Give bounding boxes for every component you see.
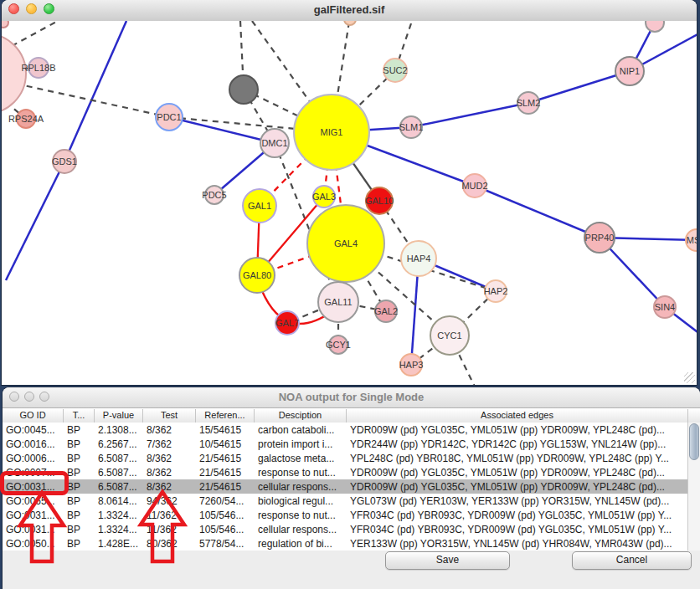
table-row[interactable]: GO:0031...BP1.3324...11/362105/546...cel…	[3, 522, 700, 536]
cell-r4-c5[interactable]: cellular respons...	[255, 479, 347, 494]
cell-r8-c0[interactable]: GO:0050...	[3, 536, 64, 551]
cell-r1-c1[interactable]: BP	[64, 437, 95, 451]
table-row[interactable]: GO:0045...BP2.1308...8/36215/54615carbon…	[3, 423, 700, 437]
cell-r2-c6[interactable]: YPL248C (pd) YBR018C, YML051W (pp) YDR00…	[347, 451, 688, 465]
table-row[interactable]: GO:0065...BP8.0614...94/3627260/54...bio…	[3, 494, 700, 508]
cell-r1-c3[interactable]: 7/362	[143, 437, 196, 451]
network-graph[interactable]: RPL18BRPS24AGDS1PDC1MIG1SUC2SLM1DMC1PDC5…	[2, 21, 697, 385]
resize-grip[interactable]	[684, 372, 695, 383]
cell-r8-c5[interactable]: regulation of bi...	[255, 536, 347, 551]
cell-r5-c2[interactable]: 8.0614...	[95, 494, 143, 508]
cell-r6-c0[interactable]: GO:0031...	[3, 508, 64, 522]
vertical-scrollbar[interactable]	[687, 423, 700, 551]
cell-r6-c2[interactable]: 1.3324...	[95, 508, 143, 522]
cell-r1-c6[interactable]: YDR244W (pp) YDR142C, YDR142C (pp) YGL15…	[347, 437, 688, 451]
node-tiny-topleft[interactable]	[2, 21, 8, 28]
cell-r4-c2[interactable]: 6.5087...	[95, 479, 143, 494]
node-label-GAL11: GAL11	[324, 297, 352, 307]
cell-r0-c5[interactable]: carbon cataboli...	[255, 423, 347, 437]
cell-r7-c2[interactable]: 1.3324...	[95, 522, 143, 536]
cell-r5-c4[interactable]: 7260/54...	[196, 494, 255, 508]
table-row[interactable]: GO:0016...BP6.2567...7/36210/54615protei…	[3, 437, 700, 451]
table-row[interactable]: GO:0007...BP6.5087...8/36221/54615respon…	[3, 465, 700, 479]
column-header-spacer	[688, 409, 700, 423]
cell-r4-c3[interactable]: 8/362	[143, 479, 196, 494]
column-header-description[interactable]: Desciption	[255, 409, 347, 423]
cell-r7-c4[interactable]: 105/546...	[196, 522, 255, 536]
node-top-peach[interactable]	[344, 21, 356, 25]
cell-r5-c0[interactable]: GO:0065...	[3, 494, 64, 508]
cell-r0-c6[interactable]: YDR009W (pd) YGL035C, YML051W (pp) YDR00…	[347, 423, 688, 437]
cell-r5-c1[interactable]: BP	[64, 494, 95, 508]
cell-r2-c4[interactable]: 21/54615	[196, 451, 255, 465]
cell-r1-c0[interactable]: GO:0016...	[3, 437, 64, 451]
cell-r6-c5[interactable]: response to nut...	[255, 508, 347, 522]
cell-r4-c1[interactable]: BP	[64, 479, 95, 494]
cell-r2-c3[interactable]: 8/362	[143, 451, 196, 465]
cell-r3-c1[interactable]: BP	[64, 465, 95, 479]
cell-r8-c1[interactable]: BP	[64, 536, 95, 551]
cell-r4-c0[interactable]: GO:0031...	[3, 479, 64, 494]
cell-r8-c4[interactable]: 5778/54...	[196, 536, 255, 551]
save-button[interactable]: Save	[385, 551, 510, 570]
edge-dash-16	[12, 21, 58, 46]
cell-r2-c2[interactable]: 6.5087...	[95, 451, 143, 465]
cell-r1-c5[interactable]: protein import i...	[255, 437, 347, 451]
cell-r0-c1[interactable]: BP	[64, 423, 95, 437]
table-row[interactable]: GO:0050...BP1.428E...80/3625778/54...reg…	[3, 536, 700, 551]
cell-r7-c3[interactable]: 11/362	[143, 522, 196, 536]
cell-r3-c4[interactable]: 21/54615	[196, 465, 255, 479]
cell-r8-c6[interactable]: YER133W (pp) YOR315W, YNL145W (pd) YHR08…	[347, 536, 688, 551]
cell-r5-c6[interactable]: YGL073W (pd) YER103W, YER133W (pp) YOR31…	[347, 494, 688, 508]
cell-r3-c3[interactable]: 8/362	[143, 465, 196, 479]
cell-r3-c0[interactable]: GO:0007...	[3, 465, 64, 479]
scrollbar-thumb[interactable]	[689, 423, 699, 460]
node-label-RPL18B: RPL18B	[22, 63, 56, 73]
cell-r7-c0[interactable]: GO:0031...	[3, 522, 64, 536]
cell-r5-c5[interactable]: biological regul...	[255, 494, 347, 508]
network-canvas[interactable]: RPL18BRPS24AGDS1PDC1MIG1SUC2SLM1DMC1PDC5…	[2, 21, 697, 385]
cancel-button[interactable]: Cancel	[572, 551, 692, 570]
cell-r6-c1[interactable]: BP	[64, 508, 95, 522]
column-header-reference[interactable]: Referen...	[196, 409, 255, 423]
cell-r4-c4[interactable]: 21/54615	[196, 479, 255, 494]
cell-r3-c5[interactable]: response to nut...	[255, 465, 347, 479]
cell-r8-c2[interactable]: 1.428E...	[95, 536, 143, 551]
cell-r0-c0[interactable]: GO:0045...	[3, 423, 64, 437]
network-titlebar: galFiltered.sif	[2, 0, 697, 22]
cell-r0-c3[interactable]: 8/362	[143, 423, 196, 437]
column-header-type[interactable]: T...	[64, 409, 95, 423]
cell-r2-c5[interactable]: galactose meta...	[255, 451, 347, 465]
column-header-associated-edges[interactable]: Associated edges	[347, 409, 688, 423]
cell-r0-c2[interactable]: 2.1308...	[95, 423, 143, 437]
column-header-go-id[interactable]: GO ID	[3, 409, 64, 423]
cell-r3-c6[interactable]: YDR009W (pd) YGL035C, YML051W (pp) YDR00…	[347, 465, 688, 479]
cell-r5-c3[interactable]: 94/362	[143, 494, 196, 508]
noa-titlebar: NOA output for Single Mode	[3, 387, 700, 408]
cell-r4-c6[interactable]: YDR009W (pd) YGL035C, YML051W (pp) YDR00…	[347, 479, 688, 494]
cell-r0-c4[interactable]: 15/54615	[196, 423, 255, 437]
column-header-test[interactable]: Test	[143, 409, 196, 423]
node-label-SUC2: SUC2	[383, 65, 407, 75]
cell-r7-c5[interactable]: cellular respons...	[255, 522, 347, 536]
node-big-left[interactable]	[2, 33, 26, 114]
cell-r6-c3[interactable]: 11/362	[143, 508, 196, 522]
node-gray-node[interactable]	[229, 75, 258, 104]
cell-r3-c2[interactable]: 6.5087...	[95, 465, 143, 479]
edge-dash-19	[16, 84, 169, 117]
cell-r1-c2[interactable]: 6.2567...	[95, 437, 143, 451]
table-row-selected[interactable]: GO:0031...BP6.5087...8/36221/54615cellul…	[3, 479, 700, 494]
node-label-NIP1: NIP1	[620, 66, 640, 76]
cell-r8-c3[interactable]: 80/362	[143, 536, 196, 551]
cell-r6-c4[interactable]: 105/546...	[196, 508, 255, 522]
table-row[interactable]: GO:0006...BP6.5087...8/36221/54615galact…	[3, 451, 700, 465]
cell-r1-c4[interactable]: 10/54615	[196, 437, 255, 451]
cell-r2-c1[interactable]: BP	[64, 451, 95, 465]
table-row[interactable]: GO:0031...BP1.3324...11/362105/546...res…	[3, 508, 700, 522]
cell-r7-c1[interactable]: BP	[64, 522, 95, 536]
cell-r2-c0[interactable]: GO:0006...	[3, 451, 64, 465]
node-top-right[interactable]	[646, 21, 664, 32]
column-header-p-value[interactable]: P-value	[95, 409, 143, 423]
cell-r6-c6[interactable]: YFR034C (pd) YBR093C, YDR009W (pd) YGL03…	[347, 508, 688, 522]
cell-r7-c6[interactable]: YFR034C (pd) YBR093C, YDR009W (pd) YGL03…	[347, 522, 688, 536]
